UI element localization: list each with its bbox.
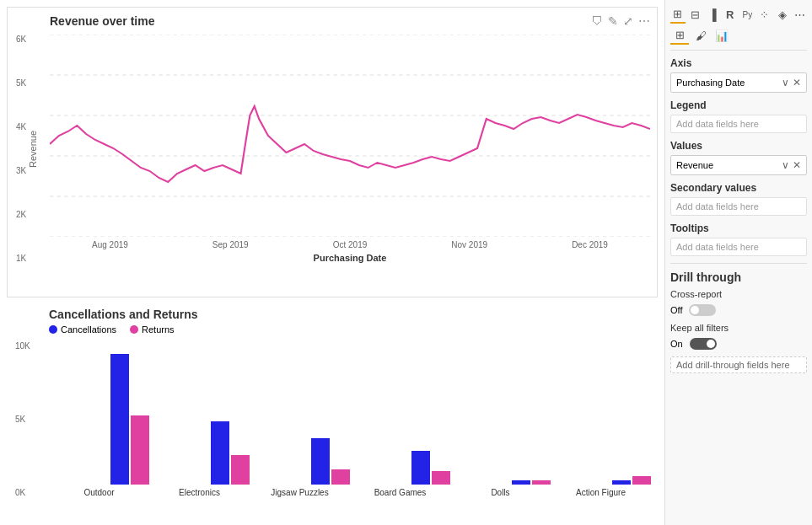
bar-label-boardgames: Board Games bbox=[350, 488, 450, 497]
bar-boardgames-returns bbox=[432, 471, 450, 485]
keep-filters-row: Keep all filters bbox=[670, 323, 807, 333]
bar-y-ticks: 0K 5K 10K bbox=[15, 341, 30, 497]
axis-title: Axis bbox=[670, 57, 807, 69]
map-icon[interactable]: ◈ bbox=[775, 5, 790, 24]
bar-label-electronics: Electronics bbox=[149, 488, 250, 497]
py-icon[interactable]: Py bbox=[740, 5, 756, 24]
more-panel-icon[interactable]: ⋯ bbox=[792, 5, 807, 24]
bar-label-outdoor: Outdoor bbox=[49, 488, 149, 497]
values-field-value: Revenue bbox=[676, 160, 713, 170]
returns-dot bbox=[130, 325, 138, 334]
axis-expand-icon[interactable]: ∨ bbox=[782, 77, 789, 88]
secondary-values-section: Secondary values Add data fields here bbox=[670, 182, 807, 216]
analytics-icon[interactable]: 📊 bbox=[713, 26, 731, 45]
values-field[interactable]: Revenue ∨ ✕ bbox=[670, 155, 807, 175]
tooltips-title: Tooltips bbox=[670, 222, 807, 234]
bar-labels: Outdoor Electronics Jigsaw Puzzles Board… bbox=[49, 488, 651, 497]
bar-actionfigure-returns bbox=[632, 476, 651, 485]
axis-remove-icon[interactable]: ✕ bbox=[793, 77, 801, 88]
more-icon[interactable]: ⋯ bbox=[638, 14, 650, 28]
revenue-chart-area bbox=[50, 35, 650, 237]
bar-label-dolls: Dolls bbox=[450, 488, 551, 497]
bar-dolls-returns bbox=[532, 480, 551, 485]
bar-label-jigsaw: Jigsaw Puzzles bbox=[250, 488, 350, 497]
expand-icon[interactable]: ⤢ bbox=[623, 14, 633, 28]
brush-icon[interactable]: 🖌 bbox=[691, 26, 710, 45]
legend-section: Legend Add data fields here bbox=[670, 99, 807, 133]
values-remove-icon[interactable]: ✕ bbox=[793, 159, 801, 171]
bar-jigsaw-cancellations bbox=[311, 438, 330, 485]
legend-section-title: Legend bbox=[670, 99, 807, 111]
cross-report-label: Cross-report bbox=[670, 289, 722, 299]
y-ticks: 1K 2K 3K 4K 5K 6K bbox=[16, 35, 26, 263]
values-title: Values bbox=[670, 140, 807, 152]
values-section: Values Revenue ∨ ✕ bbox=[670, 140, 807, 175]
bar-group-dolls bbox=[450, 480, 551, 485]
bar-group-outdoor bbox=[49, 354, 149, 485]
y-axis-label: Revenue bbox=[28, 130, 38, 167]
cross-report-state: Off bbox=[670, 305, 682, 315]
bar-actionfigure-cancellations bbox=[612, 480, 631, 485]
secondary-values-placeholder[interactable]: Add data fields here bbox=[670, 197, 807, 216]
values-expand-icon[interactable]: ∨ bbox=[782, 159, 789, 171]
bar-jigsaw-returns bbox=[331, 469, 350, 485]
legend-cancellations: Cancellations bbox=[49, 324, 116, 335]
cross-report-row: Cross-report bbox=[670, 289, 807, 299]
cancellations-label: Cancellations bbox=[61, 324, 116, 335]
icon-row-1: ⊞ ⊟ ▐ R Py ⁘ ◈ ⋯ bbox=[670, 5, 807, 24]
bar-group-boardgames bbox=[350, 451, 450, 485]
x-ticks: Aug 2019 Sep 2019 Oct 2019 Nov 2019 Dec … bbox=[50, 240, 650, 249]
scatter-icon[interactable]: ⁘ bbox=[757, 5, 772, 24]
tooltips-section: Tooltips Add data fields here bbox=[670, 222, 807, 256]
table-icon[interactable]: ⊞ bbox=[670, 5, 686, 24]
right-panel: ⊞ ⊟ ▐ R Py ⁘ ◈ ⋯ ⊞ 🖌 📊 Axis Purchasing D… bbox=[664, 0, 812, 525]
bar-chart-area bbox=[49, 341, 651, 485]
returns-label: Returns bbox=[142, 324, 175, 335]
cross-report-toggle[interactable]: Off bbox=[670, 304, 807, 316]
keep-filters-state: On bbox=[670, 339, 683, 349]
axis-section: Axis Purchasing Date ∨ ✕ bbox=[670, 57, 807, 93]
add-drillthrough-fields-button[interactable]: Add drill-through fields here bbox=[670, 356, 807, 373]
bar-chart-legend: Cancellations Returns bbox=[49, 324, 651, 335]
legend-returns: Returns bbox=[130, 324, 175, 335]
bar-outdoor-cancellations bbox=[110, 354, 129, 485]
filter-icon[interactable]: ⛉ bbox=[591, 14, 603, 28]
bar-icon[interactable]: ▐ bbox=[705, 5, 720, 24]
cross-report-thumb bbox=[691, 306, 699, 314]
bar-boardgames-cancellations bbox=[411, 451, 430, 485]
bar-electronics-returns bbox=[231, 455, 250, 485]
axis-field[interactable]: Purchasing Date ∨ ✕ bbox=[670, 72, 807, 93]
bar-group-electronics bbox=[149, 421, 250, 485]
secondary-values-title: Secondary values bbox=[670, 182, 807, 194]
icon-row-2: ⊞ 🖌 📊 bbox=[670, 26, 807, 51]
revenue-chart: Revenue over time ⛉ ✎ ⤢ ⋯ Revenue 1K 2K … bbox=[7, 7, 658, 297]
edit-icon[interactable]: ✎ bbox=[608, 14, 618, 28]
bar-dolls-cancellations bbox=[512, 480, 530, 485]
cross-report-track[interactable] bbox=[689, 304, 716, 316]
bar-chart-title: Cancellations and Returns bbox=[49, 308, 651, 321]
keep-filters-label: Keep all filters bbox=[670, 323, 729, 333]
chart-toolbar: ⛉ ✎ ⤢ ⋯ bbox=[591, 14, 650, 28]
revenue-chart-title: Revenue over time bbox=[50, 14, 155, 28]
bar-group-jigsaw bbox=[250, 438, 350, 485]
format-icon[interactable]: ⊞ bbox=[670, 26, 689, 45]
r-icon[interactable]: R bbox=[723, 5, 738, 24]
x-axis-label: Purchasing Date bbox=[50, 253, 650, 263]
bar-outdoor-returns bbox=[131, 415, 149, 485]
bar-label-actionfigure: Action Figure bbox=[551, 488, 651, 497]
bar-chart: Cancellations and Returns Cancellations … bbox=[7, 301, 658, 518]
keep-filters-thumb bbox=[707, 340, 715, 348]
grid-icon[interactable]: ⊟ bbox=[688, 5, 703, 24]
keep-filters-track[interactable] bbox=[690, 338, 717, 350]
cancellations-dot bbox=[49, 325, 57, 334]
bar-group-actionfigure bbox=[551, 476, 651, 485]
drill-through-title: Drill through bbox=[670, 263, 807, 284]
keep-filters-toggle[interactable]: On bbox=[670, 338, 807, 350]
bar-electronics-cancellations bbox=[211, 421, 229, 485]
legend-placeholder[interactable]: Add data fields here bbox=[670, 115, 807, 133]
tooltips-placeholder[interactable]: Add data fields here bbox=[670, 238, 807, 256]
axis-field-value: Purchasing Date bbox=[676, 78, 745, 88]
